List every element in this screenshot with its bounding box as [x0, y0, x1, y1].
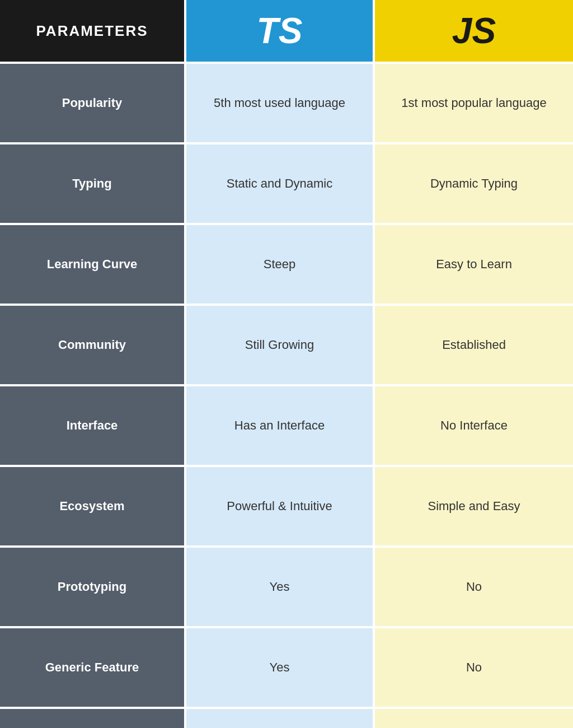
ts-ecosystem-value: Powerful & Intuitive — [227, 498, 332, 515]
row-typing: Typing Static and Dynamic Dynamic Typing — [0, 142, 573, 223]
ts-necessary-compilation: Yes — [186, 709, 375, 728]
param-generic-feature-label: Generic Feature — [45, 660, 139, 676]
header-ts-cell: TS — [186, 0, 375, 62]
param-ecosystem: Ecosystem — [0, 467, 186, 545]
row-ecosystem: Ecosystem Powerful & Intuitive Simple an… — [0, 465, 573, 545]
param-typing-label: Typing — [72, 176, 111, 192]
js-learning-curve-value: Easy to Learn — [436, 256, 512, 273]
header-params-cell: PARAMETERS — [0, 0, 186, 62]
ts-prototyping-value: Yes — [270, 578, 290, 596]
js-popularity-value: 1st most popular language — [401, 95, 546, 112]
param-generic-feature: Generic Feature — [0, 628, 186, 707]
ts-community: Still Growing — [186, 306, 375, 384]
param-community: Community — [0, 306, 186, 384]
js-generic-feature: No — [375, 628, 573, 707]
row-interface: Interface Has an Interface No Interface — [0, 384, 573, 465]
js-prototyping-value: No — [466, 578, 482, 596]
row-generic-feature: Generic Feature Yes No — [0, 626, 573, 707]
comparison-table: PARAMETERS TS JS Popularity 5th most use… — [0, 0, 573, 728]
ts-popularity-value: 5th most used language — [214, 95, 345, 112]
ts-prototyping: Yes — [186, 548, 375, 626]
ts-learning-curve-value: Steep — [264, 256, 296, 273]
ts-header-label: TS — [257, 10, 303, 52]
row-learning-curve: Learning Curve Steep Easy to Learn — [0, 223, 573, 304]
params-header-label: PARAMETERS — [36, 22, 148, 40]
js-header-label: JS — [452, 10, 496, 52]
row-popularity: Popularity 5th most used language 1st mo… — [0, 62, 573, 142]
param-popularity-label: Popularity — [62, 95, 123, 111]
param-learning-curve-label: Learning Curve — [47, 256, 137, 273]
header-js-cell: JS — [375, 0, 573, 62]
ts-generic-feature-value: Yes — [270, 659, 290, 676]
js-ecosystem: Simple and Easy — [375, 467, 573, 545]
js-community: Established — [375, 306, 573, 384]
param-community-label: Community — [58, 337, 126, 353]
ts-community-value: Still Growing — [245, 337, 314, 354]
js-learning-curve: Easy to Learn — [375, 225, 573, 304]
ts-ecosystem: Powerful & Intuitive — [186, 467, 375, 545]
js-popularity: 1st most popular language — [375, 64, 573, 142]
ts-interface: Has an Interface — [186, 386, 375, 465]
param-typing: Typing — [0, 144, 186, 223]
param-prototyping: Prototyping — [0, 548, 186, 626]
js-ecosystem-value: Simple and Easy — [428, 498, 520, 515]
row-necessary-compilation: Necessary Compilation Yes No — [0, 707, 573, 728]
row-community: Community Still Growing Established — [0, 304, 573, 384]
ts-interface-value: Has an Interface — [234, 417, 325, 435]
ts-learning-curve: Steep — [186, 225, 375, 304]
ts-generic-feature: Yes — [186, 628, 375, 707]
param-popularity: Popularity — [0, 64, 186, 142]
header-row: PARAMETERS TS JS — [0, 0, 573, 62]
param-interface-label: Interface — [67, 418, 118, 434]
ts-typing-value: Static and Dynamic — [227, 175, 333, 193]
param-ecosystem-label: Ecosystem — [59, 498, 124, 515]
ts-popularity: 5th most used language — [186, 64, 375, 142]
js-interface: No Interface — [375, 386, 573, 465]
js-prototyping: No — [375, 548, 573, 626]
param-interface: Interface — [0, 386, 186, 465]
js-interface-value: No Interface — [440, 417, 508, 435]
row-prototyping: Prototyping Yes No — [0, 545, 573, 626]
param-necessary-compilation: Necessary Compilation — [0, 709, 186, 728]
js-necessary-compilation: No — [375, 709, 573, 728]
param-learning-curve: Learning Curve — [0, 225, 186, 304]
js-typing-value: Dynamic Typing — [430, 175, 518, 193]
ts-typing: Static and Dynamic — [186, 144, 375, 223]
js-typing: Dynamic Typing — [375, 144, 573, 223]
js-community-value: Established — [442, 337, 506, 354]
param-prototyping-label: Prototyping — [58, 579, 126, 595]
js-generic-feature-value: No — [466, 659, 482, 676]
